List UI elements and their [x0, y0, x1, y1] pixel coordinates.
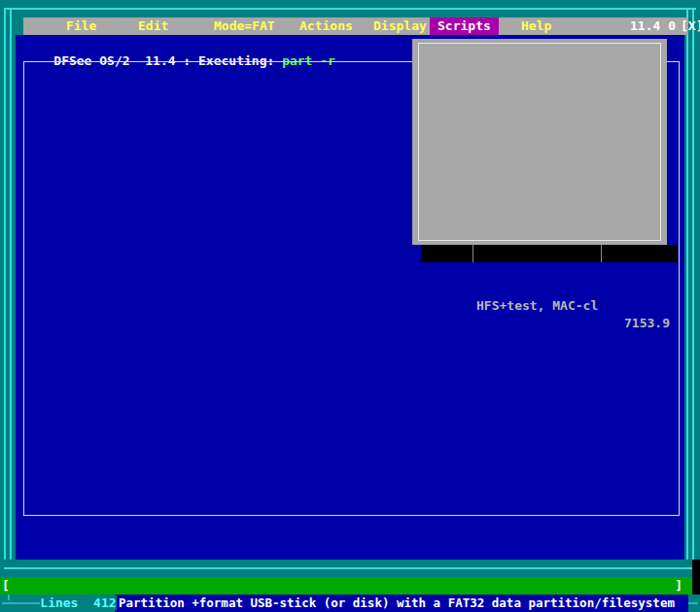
menubar-item-mode=fat[interactable]: Mode=FAT	[214, 17, 275, 35]
frame-left-outer	[4, 8, 6, 568]
command-entry-line[interactable]: [ ]	[0, 577, 692, 595]
scripts-menu	[412, 39, 667, 245]
menubar-item-actions[interactable]: Actions	[299, 17, 353, 35]
menubar-item-display[interactable]: Display	[373, 17, 427, 35]
shadow-col-sep	[601, 245, 602, 262]
menubar-item-help[interactable]: Help	[521, 17, 551, 35]
frame-right-inner	[686, 8, 688, 568]
shadow-col-sep	[472, 245, 473, 262]
command-open-bracket: [	[2, 577, 10, 595]
command-close-bracket: ]	[675, 577, 682, 595]
menubar-item-file[interactable]: File	[66, 17, 96, 35]
menu-bar: 11.4 0 [X] FileEditMode=FATActionsDispla…	[23, 17, 688, 35]
bottom-status-title: Partition +format USB-stick (or disk) wi…	[115, 595, 688, 612]
menu-shadow: HFS+test, MAC-cl 7153.9	[421, 245, 678, 262]
shadow-row-size: 7153.9	[624, 315, 670, 332]
dfsee-screen: DFSee OS/2 : 11.4 05-09-2012 (c) 1994-20…	[0, 0, 700, 612]
scripts-menu-border	[418, 43, 661, 241]
status-divider-line	[4, 567, 694, 569]
command-line-shadow	[692, 560, 700, 595]
frame-right-outer	[692, 8, 694, 568]
frame-left-inner	[10, 8, 12, 568]
shadow-row-label: HFS+test, MAC-cl	[476, 297, 598, 315]
title-bar-line	[4, 8, 696, 10]
executing-line: DFSee OS/2 11.4 : Executing: part -r	[23, 35, 335, 52]
menubar-item-scripts[interactable]: Scripts	[430, 17, 499, 35]
menubar-item-edit[interactable]: Edit	[138, 17, 168, 35]
close-button[interactable]: [X]	[681, 17, 700, 35]
title-bar: DFSee OS/2 : 11.4 05-09-2012 (c) 1994-20…	[0, 0, 700, 17]
lines-count: Lines 412	[40, 595, 116, 610]
legend-row	[31, 525, 684, 542]
status-line: Lines 412 Ctrl+arrows/PgUp/PgDn=Scroll F…	[0, 560, 700, 577]
version-indicator: 11.4 0	[630, 17, 676, 35]
